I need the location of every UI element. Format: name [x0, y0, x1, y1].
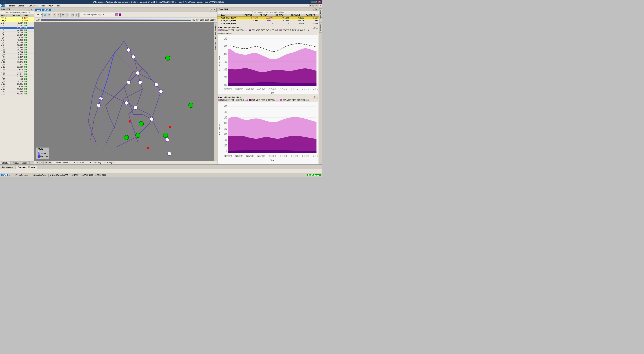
- table-row[interactable]: LI_1325.947ON: [0, 54, 34, 56]
- table-row[interactable]: LI_2750.019ON: [0, 88, 34, 90]
- ezn-row[interactable]: VOLT_TIER_345KV186.882868.67767.298476.1…: [218, 19, 319, 22]
- table-row[interactable]: LI_1033.343ON: [0, 46, 34, 49]
- ezn-col-pg[interactable]: PG [MW]: [259, 14, 274, 16]
- map-grid[interactable]: ⊞: [47, 13, 51, 17]
- table-row[interactable]: LI_773.268ON: [0, 39, 34, 41]
- table-row[interactable]: LI_538.897ON: [0, 34, 34, 36]
- left-tab-2[interactable]: Model...: [20, 161, 30, 164]
- map-status-btn3[interactable]: 🖫: [44, 161, 48, 165]
- power-selector[interactable]: P (Total active power supp... ▾: [80, 13, 115, 17]
- table-row[interactable]: TRF_100OFF: [0, 19, 34, 22]
- map-pin[interactable]: 📌: [209, 8, 212, 12]
- table-row[interactable]: LI_1822.629ON: [0, 66, 34, 68]
- table-ebr-pin[interactable]: 📌: [28, 8, 30, 10]
- ezn-col-vamax[interactable]: VAMAX [°]: [305, 14, 319, 16]
- table-row[interactable]: LI_952.629ON: [0, 44, 34, 46]
- command-window-tab[interactable]: Command Window: [16, 166, 38, 169]
- ezn-row[interactable]: ▶VOLT_TIER_138KV2598.8772003.8631894.284…: [218, 16, 319, 19]
- bottom-content: [0, 169, 322, 174]
- table-row[interactable]: LI_452.34ON: [0, 31, 34, 34]
- table-row[interactable]: LI_1721.411ON: [0, 63, 34, 66]
- menu-view[interactable]: View: [47, 4, 54, 7]
- table-row[interactable]: LI_234.94ON: [0, 78, 34, 80]
- map-zoom[interactable]: 🔍: [65, 13, 69, 17]
- table-row[interactable]: LI_1126.509ON: [0, 49, 34, 51]
- table-row[interactable]: LI_02.627ON: [0, 22, 34, 24]
- enet-selector[interactable]: ENET ▾: [35, 13, 42, 17]
- ezn-body[interactable]: ▶VOLT_TIER_138KV2598.8772003.8631894.284…: [218, 16, 319, 25]
- table-row[interactable]: LI_2428.118ON: [0, 80, 34, 83]
- table-ebr-body[interactable]: TRF_90OFFTRF_100OFFLI_02.627ONLI_137.702…: [0, 17, 34, 161]
- menu-help[interactable]: Help: [54, 4, 61, 7]
- node-bar-tab[interactable]: Node Bar: [214, 41, 217, 51]
- map-draw2[interactable]: ✐: [57, 13, 60, 17]
- table-ezn-close[interactable]: ✕: [316, 8, 318, 10]
- table-row[interactable]: LI_2968.196ON: [0, 93, 34, 95]
- table-row[interactable]: LI_1616.675ON: [0, 61, 34, 63]
- map-select[interactable]: ⊡: [61, 13, 65, 17]
- table-row[interactable]: LI_2520.421ON: [0, 83, 34, 85]
- close-button[interactable]: ✕: [318, 1, 321, 3]
- table-row[interactable]: LI_2638.85ON: [0, 85, 34, 88]
- ezn-col-name[interactable]: Name ▾: [220, 14, 244, 16]
- left-tab-0[interactable]: Table E...: [0, 161, 10, 164]
- map-status-btn2[interactable]: ◁: [40, 161, 44, 165]
- table-ebr-close[interactable]: ✕: [30, 8, 33, 10]
- color-btn2[interactable]: [118, 13, 122, 16]
- map-close[interactable]: ✕: [213, 8, 216, 12]
- map-status-btn4[interactable]: ⏲: [48, 161, 52, 165]
- enet-dropdown-arrow[interactable]: ▾: [9, 174, 10, 176]
- table-ezn-pin[interactable]: 📌: [313, 8, 315, 10]
- menu-table[interactable]: Table: [39, 4, 47, 7]
- table-row[interactable]: TRF_90OFF: [0, 17, 34, 19]
- ezn-row[interactable]: VOLT_TIER_161KV00032.05914.447: [218, 22, 319, 25]
- chart1-close[interactable]: ✕: [316, 26, 318, 29]
- restore-button[interactable]: ❐: [314, 1, 317, 3]
- map-draw1[interactable]: ✏: [52, 13, 56, 17]
- menu-scenario[interactable]: Scenario: [16, 4, 27, 7]
- table-row[interactable]: LI_2161.611ON: [0, 73, 34, 76]
- table-row[interactable]: LI_344.353ON: [0, 29, 34, 31]
- ezn-col-pd[interactable]: PD [MW]: [244, 14, 259, 16]
- table-row[interactable]: LI_2013.555ON: [0, 71, 34, 73]
- left-tab-1[interactable]: Project...: [10, 161, 20, 164]
- menu-network[interactable]: Network: [6, 4, 16, 7]
- table-row[interactable]: LI_137.702ON: [0, 24, 34, 27]
- table-row[interactable]: LI_2242.224ON: [0, 76, 34, 78]
- cascading-failure-status: ⚡ CascadingFailure: [30, 174, 47, 176]
- map-save[interactable]: 💾: [70, 13, 74, 17]
- map-selection-filter-tab[interactable]: Map Selection Filter: [214, 22, 217, 41]
- table-row[interactable]: LI_841.168ON: [0, 41, 34, 44]
- map-copy[interactable]: ⎘: [75, 13, 78, 17]
- record-btn[interactable]: REC: [309, 4, 314, 7]
- table-row[interactable]: LI_1538.864ON: [0, 58, 34, 61]
- chart1-pin[interactable]: 📌: [313, 26, 316, 29]
- ezn-col-qd[interactable]: QD [MVAr]: [274, 14, 290, 16]
- table-row[interactable]: LI_294.846ON: [0, 27, 34, 29]
- col-state[interactable]: State ▾: [24, 14, 32, 17]
- table-row[interactable]: LI_2857.889ON: [0, 90, 34, 93]
- map-refresh[interactable]: 🌐: [43, 13, 47, 17]
- pin-btn[interactable]: 📌: [320, 5, 322, 7]
- table-row[interactable]: LI_1443.507ON: [0, 56, 34, 58]
- color-btn1[interactable]: [116, 13, 118, 16]
- minimize-button[interactable]: —: [311, 1, 314, 3]
- col-name[interactable]: Name ▾: [0, 14, 12, 17]
- ezn-cell-qd: 67.298: [274, 19, 290, 22]
- ezn-col-qg[interactable]: QG [MVAr]: [290, 14, 305, 16]
- col-lls[interactable]: LLS [%]: [12, 14, 24, 17]
- table-row[interactable]: LI_675.24ON: [0, 36, 34, 39]
- map-status-btn1[interactable]: ⊞: [36, 161, 40, 165]
- chart2-pin[interactable]: 📌: [313, 96, 316, 98]
- svg-text:Time: Time: [270, 91, 274, 94]
- workspace-tab[interactable]: Workspace: [319, 22, 322, 33]
- log-window-tab[interactable]: Log Window: [0, 166, 15, 169]
- off-btn[interactable]: OFF: [314, 4, 319, 7]
- menu-simulation[interactable]: Simulation: [27, 4, 39, 7]
- table-row[interactable]: LI_1969.3ON: [0, 68, 34, 71]
- chart2-close[interactable]: ✕: [316, 96, 318, 98]
- map-content[interactable]: P [MW] 0 333.58 467.159: [34, 22, 214, 161]
- property-editor-tab[interactable]: Property Editor: [319, 8, 322, 21]
- table-row[interactable]: LI_124.704ON: [0, 51, 34, 54]
- svg-text:4200: 4200: [224, 37, 227, 40]
